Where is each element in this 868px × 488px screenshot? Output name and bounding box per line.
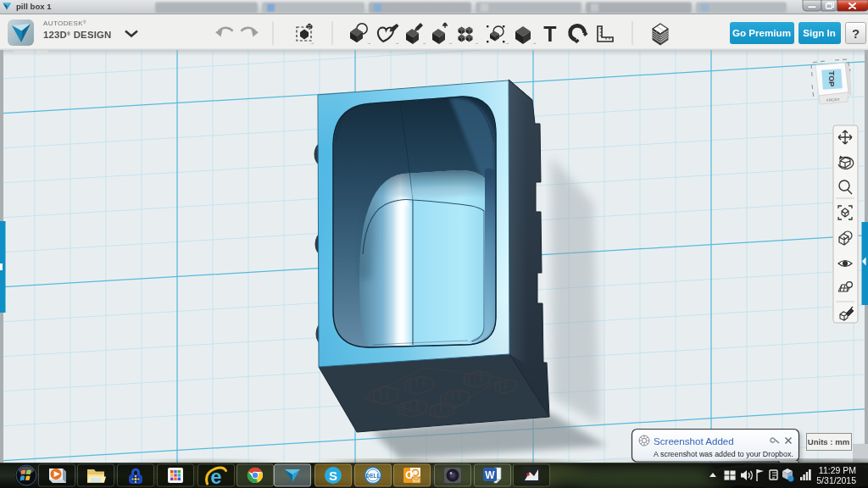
svg-text:DELL: DELL [366, 473, 381, 479]
svg-text:TOP: TOP [827, 71, 836, 86]
svg-text:pill box 1: pill box 1 [16, 2, 52, 11]
svg-text:?: ? [852, 26, 860, 41]
svg-text:11:29 PM: 11:29 PM [819, 465, 856, 475]
svg-text:T: T [543, 22, 556, 46]
svg-text:Screenshot Added: Screenshot Added [654, 435, 734, 446]
svg-text:W: W [485, 469, 495, 481]
svg-text:Sign In: Sign In [803, 27, 836, 38]
svg-text:Go Premium: Go Premium [732, 27, 791, 38]
svg-text:A screenshot was added to your: A screenshot was added to your Dropbox. [654, 450, 793, 458]
svg-text:123D® DESIGN: 123D® DESIGN [43, 30, 112, 40]
svg-text:5/31/2015: 5/31/2015 [816, 475, 856, 485]
svg-text:Units : mm: Units : mm [808, 437, 850, 446]
svg-text:S: S [329, 469, 337, 483]
svg-text:AUTODESK®: AUTODESK® [43, 19, 86, 27]
